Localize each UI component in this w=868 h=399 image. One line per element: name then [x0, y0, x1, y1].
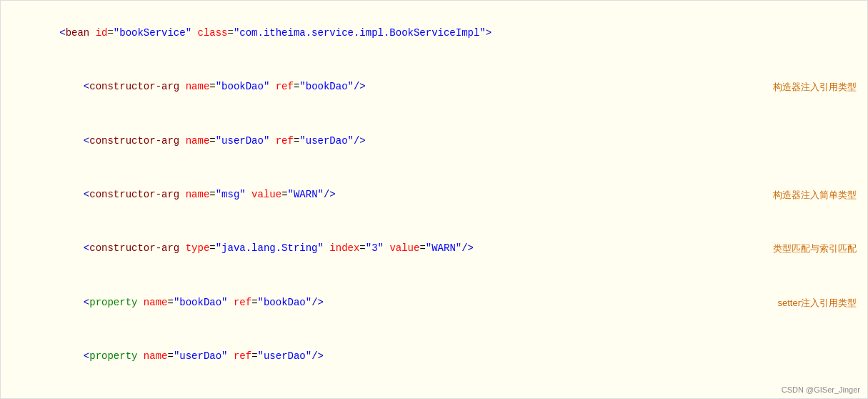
code-line-3: <constructor-arg name="msg" value="WARN"… — [1, 168, 867, 222]
comment-1: 构造器注入引用类型 — [752, 79, 857, 95]
code-line-2: <constructor-arg name="userDao" ref="use… — [1, 114, 867, 168]
code-panel: <bean id="bookService" class="com.itheim… — [0, 0, 868, 399]
comment-5: setter注入引用类型 — [756, 295, 857, 311]
comment-3: 构造器注入简单类型 — [752, 187, 857, 203]
main-container: 构造器注入 一般用在第三方技术整合 setter注入 对于我们自己写的类, 这种… — [0, 0, 868, 399]
code-line-5: <property name="bookDao" ref="bookDao"/>… — [1, 276, 867, 330]
code-line-1: <constructor-arg name="bookDao" ref="boo… — [1, 60, 867, 114]
code-line-4: <constructor-arg type="java.lang.String"… — [1, 222, 867, 276]
code-line-0: <bean id="bookService" class="com.itheim… — [1, 6, 867, 60]
watermark: CSDN @GISer_Jinger — [782, 385, 860, 394]
code-line-7: <property name="msg" value="WARN"/> sett… — [1, 384, 867, 399]
code-line-6: <property name="userDao" ref="userDao"/> — [1, 330, 867, 383]
comment-4: 类型匹配与索引匹配 — [752, 241, 857, 257]
